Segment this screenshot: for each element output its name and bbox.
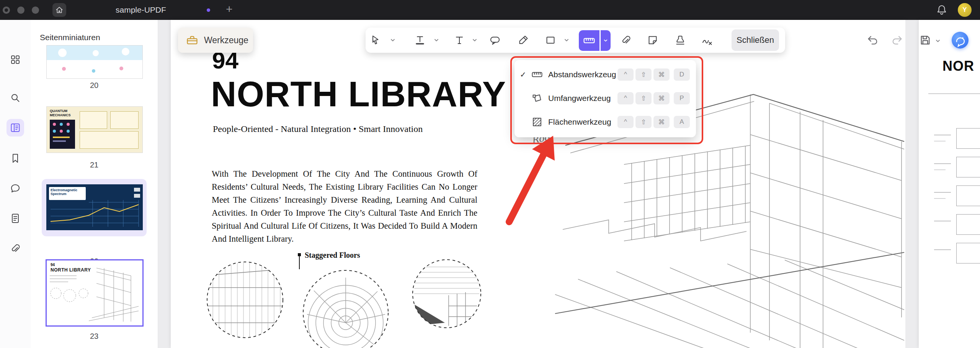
next-page-line: [934, 163, 951, 164]
sticker-tool-button[interactable]: [644, 32, 661, 49]
notifications-button[interactable]: [936, 4, 948, 16]
next-page-title-fragment: NOR: [942, 58, 974, 74]
save-dropdown[interactable]: [935, 38, 941, 44]
left-icon-rail: [0, 20, 31, 348]
sidebar-item-grid[interactable]: [7, 51, 24, 68]
sidebar-item-search[interactable]: [7, 89, 24, 107]
thumbnail-page-21-label: 21: [31, 161, 158, 169]
thumb22-chart: [47, 185, 142, 230]
text-tool-dropdown[interactable]: [472, 37, 477, 43]
home-button[interactable]: [52, 3, 66, 17]
thumb20-dot: [92, 69, 95, 73]
thumbnail-page-21[interactable]: QUANTUM MECHANICS: [46, 106, 143, 153]
new-tab-button[interactable]: +: [226, 0, 233, 18]
user-avatar[interactable]: Y: [958, 3, 972, 17]
text-tool-button[interactable]: [451, 32, 468, 49]
sidebar-item-reader[interactable]: [7, 210, 24, 227]
thumb20-bubble: [93, 50, 99, 56]
undo-button[interactable]: [866, 34, 879, 47]
thumb23-art: [47, 260, 140, 323]
ruler-icon: [583, 34, 595, 47]
thumbnail-page-23[interactable]: 94 NORTH LIBRARY: [46, 259, 144, 327]
thumb21-panel: [80, 131, 139, 149]
measure-tool-dropdown[interactable]: [601, 30, 611, 51]
next-page-field: [956, 157, 980, 177]
sidebar-item-attachments[interactable]: [7, 240, 24, 257]
select-tool-dropdown[interactable]: [390, 37, 395, 43]
next-page-field: [956, 214, 980, 235]
next-page-rule: [928, 93, 980, 94]
unsaved-indicator-dot: [207, 8, 210, 12]
signature-tool-button[interactable]: [699, 32, 715, 49]
cursor-icon: [369, 34, 381, 46]
next-page-line: [934, 192, 951, 193]
thumbnail-page-23-label: 23: [31, 332, 158, 341]
stamp-tool-button[interactable]: [672, 32, 689, 49]
sidebar-item-bookmarks[interactable]: [7, 150, 24, 167]
window-zoom-button[interactable]: [32, 7, 39, 14]
shape-tool-button[interactable]: [542, 32, 559, 49]
sidebar-item-comments[interactable]: [7, 180, 24, 197]
sidebar-item-page-thumbnails[interactable]: [7, 119, 24, 137]
thumb20-bubble: [58, 49, 67, 57]
save-icon: [919, 34, 932, 47]
thumbnail-page-20-label: 20: [31, 81, 158, 90]
thumb20-dot: [62, 67, 66, 71]
select-tool-button[interactable]: [367, 32, 384, 49]
window-minimize-button[interactable]: [17, 7, 24, 14]
attachment-tool-button[interactable]: [617, 32, 634, 49]
document-icon: [10, 213, 21, 224]
pen-tool-button[interactable]: [515, 32, 532, 49]
next-page-line: [934, 198, 946, 199]
next-page-field: [956, 185, 980, 206]
next-page-field: [956, 128, 980, 149]
thumb21-panel: [80, 111, 107, 129]
highlight-text-tool-button[interactable]: [412, 32, 428, 49]
toolbox-icon: [186, 34, 199, 47]
bell-icon: [936, 4, 948, 16]
home-icon: [55, 5, 64, 15]
annotation-toolbar: [366, 28, 785, 53]
next-page-field: [956, 243, 980, 263]
search-icon: [10, 92, 21, 104]
thumbnails-panel-title: Seitenminiaturen: [40, 33, 100, 42]
paperclip-icon: [10, 243, 21, 254]
page-thumbnails-icon: [10, 122, 21, 133]
redo-icon: [890, 34, 903, 47]
highlight-text-dropdown[interactable]: [434, 37, 439, 43]
grid-icon: [10, 54, 21, 65]
red-highlight-rectangle: [510, 56, 703, 144]
thumb20-bubble: [122, 48, 129, 55]
comment-tool-button[interactable]: [487, 32, 503, 49]
marker-pen-icon: [518, 34, 529, 46]
next-page-line: [934, 135, 951, 135]
sticker-icon: [647, 34, 658, 46]
tab-title[interactable]: sample-UPDF: [116, 0, 166, 20]
ai-sparkle-icon: [952, 32, 969, 49]
thumbnail-page-22[interactable]: Electromagnetic Spectrum: [46, 184, 143, 230]
window-close-button[interactable]: [3, 7, 10, 14]
measure-tool-button[interactable]: [579, 30, 599, 51]
werkzeuge-button[interactable]: Werkzeuge: [178, 28, 253, 53]
paperclip-icon: [620, 34, 632, 46]
next-page-line: [934, 221, 951, 221]
bookmark-icon: [10, 153, 21, 164]
undo-icon: [866, 34, 879, 47]
highlight-text-icon: [414, 34, 426, 46]
thumbnails-panel: Seitenminiaturen 20 QUANTUM MECHANICS 21: [31, 20, 158, 348]
thumb21-panel: [110, 111, 139, 129]
shape-tool-dropdown[interactable]: [564, 37, 569, 43]
thumbnail-page-20[interactable]: [46, 45, 143, 79]
next-page-line: [934, 141, 946, 141]
thumb20-dot: [119, 67, 123, 70]
next-page-line: [934, 169, 946, 170]
signature-icon: [701, 34, 713, 46]
pdf-next-page[interactable]: NOR: [919, 20, 980, 348]
comment-bubble-icon: [10, 183, 21, 194]
ai-assistant-button[interactable]: [952, 32, 969, 49]
text-icon: [454, 34, 465, 46]
save-button[interactable]: [919, 34, 932, 47]
thumb21-title: QUANTUM MECHANICS: [50, 109, 74, 117]
redo-button[interactable]: [890, 34, 903, 47]
close-toolbar-button[interactable]: Schließen: [732, 29, 779, 51]
